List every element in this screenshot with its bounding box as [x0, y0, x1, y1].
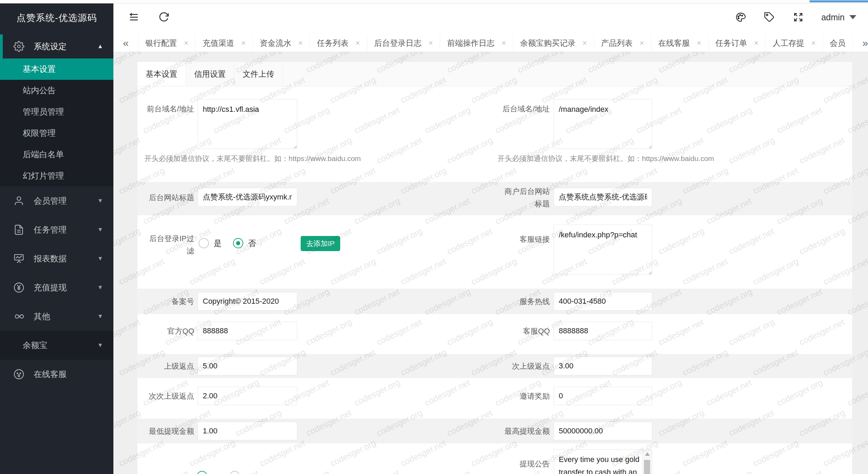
sidebar-subitem-permission-management[interactable]: 权限管理	[0, 122, 113, 144]
workspace-tab[interactable]: 在线客服×	[652, 34, 709, 52]
sidebar-item-system-settings[interactable]: 系统设定 ▲	[0, 34, 113, 58]
close-icon[interactable]: ×	[241, 39, 245, 48]
tab-basic-settings[interactable]: 基本设置	[137, 62, 186, 86]
tag-icon[interactable]	[764, 11, 775, 23]
close-icon[interactable]: ×	[298, 39, 303, 48]
sidebar-item-report-data[interactable]: 报表数据 ▼	[0, 244, 113, 273]
sidebar-item-label: 在线客服	[34, 369, 103, 380]
service-qq-input[interactable]	[554, 322, 652, 340]
service-qq-label: 客服QQ	[498, 325, 550, 337]
sidebar-item-recharge-withdraw[interactable]: 充值提现 ▼	[0, 273, 113, 302]
sidebar-item-label: 任务管理	[34, 224, 93, 235]
tabs-scroll-left-icon[interactable]: «	[113, 34, 138, 52]
sidebar-item-member-management[interactable]: 会员管理 ▼	[0, 186, 113, 215]
workspace-tab[interactable]: 充值渠道×	[196, 34, 253, 52]
tab-label: 信用设置	[194, 69, 226, 79]
ip-filter-no-radio[interactable]	[233, 238, 243, 248]
sidebar-item-label: 系统设定	[34, 41, 93, 52]
sidebar-subitem-site-announcement[interactable]: 站内公告	[0, 80, 113, 101]
textarea-scrollbar[interactable]	[642, 450, 652, 474]
invite-reward-input[interactable]	[554, 387, 652, 405]
workspace-tab[interactable]: 人工存提×	[766, 34, 823, 52]
workspace-tab[interactable]: 资金流水×	[253, 34, 310, 52]
user-menu[interactable]: admin	[821, 12, 856, 22]
kefu-link-textarea[interactable]: /kefu/index.php?p=chat	[554, 225, 652, 275]
workspace-tab[interactable]: 产品列表×	[594, 34, 651, 52]
workspace-tab[interactable]: 银行配置×	[138, 34, 196, 52]
tab-label: 后台登录日志	[374, 38, 422, 49]
close-icon[interactable]: ×	[184, 39, 188, 48]
form-row-ipfilter-kefu: 后台登录IP过滤 是 否 去添加IP 客服链接 /kefu/index.php?…	[137, 215, 852, 289]
bottom-no-radio[interactable]	[230, 471, 240, 474]
theme-palette-icon[interactable]	[735, 11, 746, 23]
workspace-tab[interactable]: 会员	[823, 34, 853, 52]
admin-console: { "sidebar": { "logo": "点赞系统-优选源码", "gro…	[0, 0, 868, 474]
tab-label: 充值渠道	[202, 38, 234, 49]
sidebar-subitem-yuebao[interactable]: 余额宝 ▼	[0, 331, 113, 360]
kefu-link-label: 客服链接	[498, 233, 550, 246]
add-ip-button[interactable]: 去添加IP	[301, 236, 340, 251]
tabs-scroll-right-icon[interactable]: »	[853, 34, 868, 52]
main-content: 基本设置 信用设置 文件上传 前台域名/地址 http://cs1.vfl.as…	[113, 52, 868, 474]
sidebar-subitem-basic-settings[interactable]: 基本设置	[0, 58, 113, 80]
scroll-up-icon[interactable]	[645, 452, 650, 456]
user-icon	[13, 195, 25, 207]
sidebar: 点赞系统-优选源码 系统设定 ▲ 基本设置 站内公告 管理员管理 权限管理 后端…	[0, 0, 113, 474]
workspace-tab[interactable]: 前端操作日志×	[440, 34, 513, 52]
subitem-label: 幻灯片管理	[23, 171, 64, 180]
close-icon[interactable]: ×	[501, 39, 506, 48]
workspace-tab[interactable]: 余额宝购买记录×	[513, 34, 594, 52]
scrollbar-thumb[interactable]	[644, 460, 650, 474]
back-domain-textarea[interactable]: /manage/index	[554, 99, 652, 149]
fullscreen-icon[interactable]	[792, 11, 804, 23]
sidebar-item-other[interactable]: 其他 ▼	[0, 302, 113, 331]
close-icon[interactable]: ×	[639, 39, 644, 48]
system-settings-submenu: 基本设置 站内公告 管理员管理 权限管理 后端白名单 幻灯片管理	[0, 58, 113, 186]
form-row-qq: 官方QQ 客服QQ	[137, 314, 852, 354]
tab-label: 人工存提	[772, 38, 804, 49]
workspace-tab[interactable]: 任务列表×	[310, 34, 367, 52]
ip-filter-label: 后台登录IP过滤	[144, 233, 194, 257]
workspace-tab[interactable]: 后台登录日志×	[367, 34, 440, 52]
tab-label: 前端操作日志	[447, 38, 494, 49]
sidebar-subitem-slideshow-management[interactable]: 幻灯片管理	[0, 165, 113, 186]
bottom-yes-radio[interactable]	[197, 471, 207, 474]
hotline-label: 服务热线	[498, 295, 550, 308]
site-title-input[interactable]	[198, 188, 297, 206]
rebate-l3-input[interactable]	[198, 387, 297, 405]
rebate-l2-input[interactable]	[554, 357, 652, 375]
tab-file-upload[interactable]: 文件上传	[234, 62, 283, 86]
sidebar-item-label: 充值提现	[34, 282, 93, 293]
close-icon[interactable]: ×	[754, 39, 758, 48]
close-icon[interactable]: ×	[355, 39, 360, 48]
refresh-icon[interactable]	[158, 11, 170, 23]
caret-down-icon: ▼	[97, 226, 103, 233]
rebate-l1-input[interactable]	[198, 357, 297, 375]
sidebar-item-online-service[interactable]: 在线客服	[0, 360, 113, 389]
withdraw-notice-textarea[interactable]: Every time you use gold transfer to cash…	[554, 450, 642, 474]
header-right-icons: admin	[735, 0, 856, 34]
close-icon[interactable]: ×	[429, 39, 433, 48]
official-qq-input[interactable]	[198, 322, 297, 340]
sidebar-subitem-admin-management[interactable]: 管理员管理	[0, 101, 113, 122]
workspace-tab[interactable]: 任务订单×	[709, 34, 766, 52]
close-icon[interactable]: ×	[697, 39, 701, 48]
close-icon[interactable]: ×	[582, 39, 587, 48]
sidebar-subitem-backend-whitelist[interactable]: 后端白名单	[0, 144, 113, 165]
close-icon[interactable]: ×	[811, 39, 815, 48]
sidebar-item-task-management[interactable]: 任务管理 ▼	[0, 215, 113, 244]
tab-credit-settings[interactable]: 信用设置	[186, 62, 234, 86]
max-withdraw-input[interactable]	[554, 422, 652, 440]
yen-circle-icon	[13, 282, 25, 293]
tab-label: 资金流水	[260, 38, 291, 49]
withdraw-notice-box: Every time you use gold transfer to cash…	[554, 449, 652, 474]
min-withdraw-input[interactable]	[198, 422, 297, 440]
max-withdraw-label: 最高提现金额	[498, 425, 550, 438]
subitem-label: 基本设置	[23, 64, 56, 74]
front-domain-textarea[interactable]: http://cs1.vfl.asia	[198, 99, 297, 149]
collapse-sidebar-icon[interactable]	[128, 11, 140, 23]
merchant-title-input[interactable]	[554, 188, 652, 206]
ip-filter-yes-radio[interactable]	[199, 238, 209, 248]
icp-input[interactable]	[198, 292, 297, 311]
hotline-input[interactable]	[554, 292, 652, 311]
